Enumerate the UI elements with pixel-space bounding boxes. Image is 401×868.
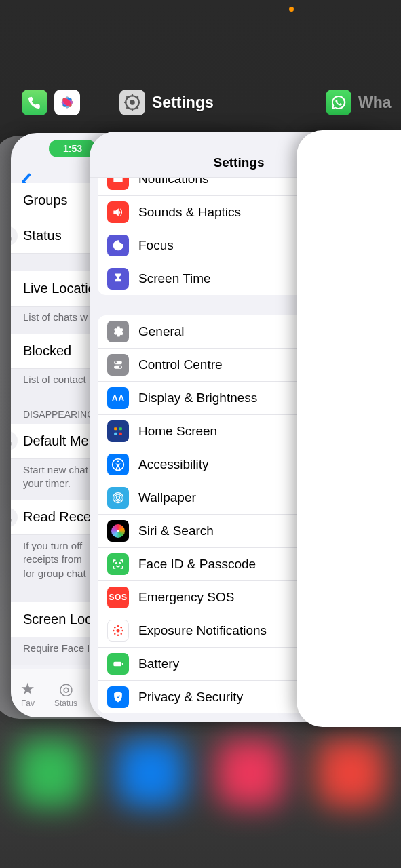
svg-point-30 xyxy=(117,496,120,500)
svg-point-36 xyxy=(117,625,119,627)
svg-point-33 xyxy=(116,563,117,564)
row-label: Siri & Search xyxy=(138,524,214,538)
svg-rect-27 xyxy=(119,433,122,435)
row-label: Control Centre xyxy=(138,357,223,372)
general-icon xyxy=(107,321,129,342)
row-label: Sounds & Haptics xyxy=(138,205,241,220)
tab-favourites[interactable]: ★Fav xyxy=(20,679,35,708)
svg-rect-45 xyxy=(122,663,123,665)
notifications-icon xyxy=(107,178,129,190)
svg-point-34 xyxy=(119,563,121,564)
handset-icon xyxy=(11,508,18,527)
settings-title: Settings xyxy=(214,155,265,177)
screentime-icon xyxy=(107,268,129,290)
svg-rect-18 xyxy=(113,178,122,182)
row-label: Display & Brightness xyxy=(138,391,257,406)
row-label: Accessibility xyxy=(138,457,208,472)
svg-point-37 xyxy=(117,634,119,636)
svg-point-31 xyxy=(115,494,121,501)
svg-point-43 xyxy=(121,633,123,635)
row-label: Privacy & Security xyxy=(138,690,243,705)
row-label: Wallpaper xyxy=(138,490,196,505)
control-centre-icon xyxy=(107,354,129,376)
row-label: Focus xyxy=(138,238,174,253)
svg-point-42 xyxy=(114,633,116,635)
exposure-icon xyxy=(107,620,129,642)
microphone-indicator-dot xyxy=(289,7,294,12)
focus-icon xyxy=(107,235,129,256)
handset-icon xyxy=(11,431,18,450)
wallpaper-icon xyxy=(107,487,129,509)
row-label: Exposure Notifications xyxy=(138,623,267,638)
sounds-icon xyxy=(107,201,129,223)
svg-point-40 xyxy=(114,627,116,629)
row-label: General xyxy=(138,324,185,339)
svg-rect-44 xyxy=(113,662,121,667)
handset-icon xyxy=(11,226,18,245)
svg-rect-26 xyxy=(114,433,117,435)
dock-blur xyxy=(0,712,401,834)
svg-point-41 xyxy=(121,627,123,629)
svg-point-35 xyxy=(117,629,120,633)
faceid-icon xyxy=(107,553,129,575)
sos-icon: SOS xyxy=(107,587,129,608)
row-label: Face ID & Passcode xyxy=(138,557,256,572)
row-label: Emergency SOS xyxy=(138,590,235,605)
siri-icon xyxy=(107,520,129,542)
privacy-icon xyxy=(107,686,129,708)
accessibility-icon xyxy=(107,454,129,475)
home-screen-icon xyxy=(107,420,129,442)
app-card-whatsapp-front[interactable] xyxy=(297,130,401,727)
svg-point-38 xyxy=(113,630,115,632)
row-label: Battery xyxy=(138,656,179,671)
svg-point-23 xyxy=(119,366,121,368)
row-label: Notifications xyxy=(138,178,209,186)
svg-point-22 xyxy=(115,361,117,363)
display-icon: AA xyxy=(107,387,129,409)
svg-point-29 xyxy=(117,461,119,463)
row-label: Home Screen xyxy=(138,424,217,439)
svg-point-39 xyxy=(121,630,123,632)
svg-rect-24 xyxy=(114,427,117,430)
svg-rect-25 xyxy=(119,427,122,430)
tab-status[interactable]: ◎Status xyxy=(54,679,77,708)
row-label: Screen Time xyxy=(138,271,211,286)
battery-icon xyxy=(107,653,129,675)
